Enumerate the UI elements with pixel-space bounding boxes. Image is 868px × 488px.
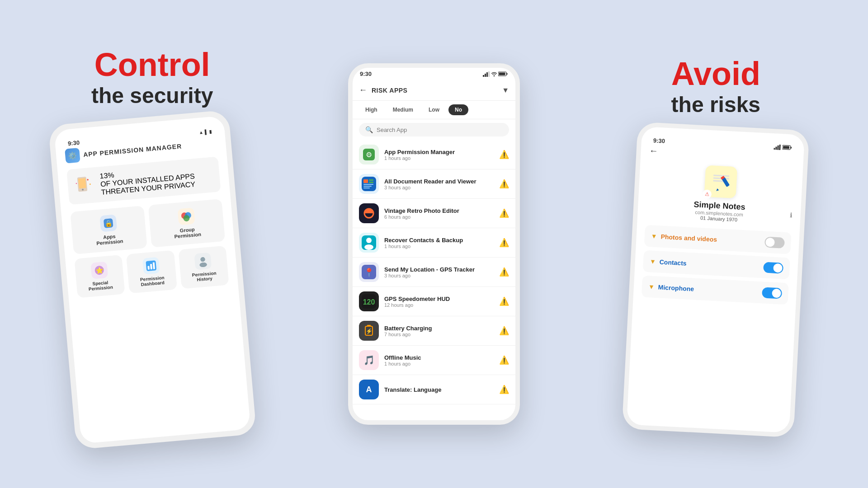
wifi-icon (198, 128, 203, 135)
battery-3 (783, 145, 793, 150)
apps-permission-item[interactable]: 🔒 AppsPermission (70, 206, 147, 254)
phone-3-status-icons (774, 144, 793, 150)
stats-svg: ✦ ✦ ✦ (72, 174, 97, 198)
svg-rect-1 (78, 178, 86, 188)
stats-percent: 13% (99, 171, 114, 180)
app-time: 12 hours ago (384, 302, 494, 308)
list-item[interactable]: A Translate: Language ⚠️ (353, 375, 515, 404)
svg-point-41 (366, 238, 372, 243)
app-time: 1 hours ago (384, 155, 494, 161)
svg-rect-55 (774, 147, 775, 149)
tab-high[interactable]: High (359, 104, 384, 115)
svg-rect-28 (499, 73, 505, 75)
svg-text:⭐: ⭐ (95, 266, 104, 275)
app-name: Battery Charging (384, 325, 494, 332)
phone-2: 9:30 (348, 63, 520, 425)
svg-rect-27 (506, 73, 507, 75)
warning-icon: ⚠️ (499, 208, 509, 218)
grid-2col: 🔒 AppsPermission GroupPermissio (70, 198, 225, 254)
permission-contacts: ▼ Contacts (643, 250, 790, 279)
list-item[interactable]: ⚡ Battery Charging 7 hours ago ⚠️ (353, 316, 515, 346)
chevron-contacts: ▼ (650, 258, 656, 265)
permission-dashboard-label: PermissionDashboard (140, 275, 165, 287)
app-list: ⚙ App Permission Manager 1 hours ago ⚠️ (353, 140, 515, 420)
svg-point-25 (493, 75, 495, 76)
app-info: GPS Speedometer HUD 12 hours ago (384, 296, 494, 308)
risk-apps-header: ← RISK APPS ▼ (353, 80, 515, 101)
list-item[interactable]: 📍 Send My Location - GPS Tracker 3 hours… (353, 258, 515, 287)
risk-apps-title: RISK APPS (372, 87, 407, 94)
warning-icon: ⚠️ (499, 355, 509, 365)
svg-rect-58 (779, 144, 781, 150)
info-button[interactable]: ℹ (790, 211, 793, 218)
permission-history-label: PermissionHistory (192, 270, 217, 282)
tab-low[interactable]: Low (422, 104, 446, 115)
warning-icon: ⚠️ (499, 385, 509, 394)
chevron-photos: ▼ (651, 232, 658, 240)
warning-icon: ⚠️ (499, 238, 509, 248)
app-time: 3 hours ago (384, 185, 494, 190)
filter-icon[interactable]: ▼ (502, 86, 509, 94)
app-icon-music: 🎵 (359, 350, 379, 370)
battery-icon (209, 127, 212, 134)
toggle-photos-videos[interactable] (764, 236, 785, 248)
app-info: Battery Charging 7 hours ago (384, 325, 494, 337)
permission-dashboard-item[interactable]: PermissionDashboard (126, 250, 177, 293)
svg-point-42 (364, 244, 373, 250)
list-item[interactable]: ⚙ App Permission Manager 1 hours ago ⚠️ (353, 140, 515, 169)
svg-rect-60 (791, 146, 792, 148)
app-name: GPS Speedometer HUD (384, 296, 494, 302)
tab-medium[interactable]: Medium (387, 104, 420, 115)
group-permission-item[interactable]: GroupPermission (148, 198, 225, 247)
phone-2-screen: 9:30 (353, 68, 515, 420)
stats-desc: OF YOUR INSTALLED APPS THREATEN YOUR PRI… (100, 170, 215, 197)
phone-3: 9:30 ← (622, 122, 810, 437)
app-detail-header: ⚠ Simple Notes com.simplenotes.com 01 Ja… (646, 162, 795, 225)
app-time: 7 hours ago (384, 332, 494, 337)
back-button[interactable]: ← (649, 145, 658, 156)
signal-icon (204, 128, 208, 135)
app-info: App Permission Manager 1 hours ago (384, 149, 494, 161)
app-info: Vintage Retro Photo Editor 6 hours ago (384, 207, 494, 220)
permission-history-item[interactable]: PermissionHistory (178, 245, 229, 289)
group-permission-label: GroupPermission (174, 226, 201, 239)
svg-text:✦: ✦ (86, 178, 90, 182)
svg-text:⚡: ⚡ (365, 328, 372, 334)
grid-3col: ⭐ SpecialPermission Permission (74, 245, 229, 298)
left-accent-text: Control (91, 46, 213, 83)
phone-2-status-icons (483, 71, 508, 77)
stats-text: 13% OF YOUR INSTALLED APPS THREATEN YOUR… (99, 162, 215, 197)
search-icon: 🔍 (365, 126, 373, 133)
svg-rect-57 (778, 145, 779, 150)
list-item[interactable]: 🎵 Offline Music 1 hours ago ⚠️ (353, 346, 515, 375)
app-icon-speedometer: 120 (359, 291, 379, 311)
list-item[interactable]: All Document Reader and Viewer 3 hours a… (353, 169, 515, 199)
app-info: Recover Contacts & Backup 1 hours ago (384, 237, 494, 249)
apps-permission-label: AppsPermission (95, 233, 123, 246)
tabs-row: High Medium Low No (353, 101, 515, 119)
right-sub-text: the risks (671, 92, 760, 117)
toggle-microphone[interactable] (762, 287, 782, 299)
phone-1-screen: 9:30 ⚙️ APP PERMISSION MANAGER (54, 115, 250, 443)
special-permission-icon: ⭐ (90, 261, 108, 279)
toggle-contacts[interactable] (763, 262, 783, 273)
app-time: 1 hours ago (384, 361, 494, 366)
list-item[interactable]: Vintage Retro Photo Editor 6 hours ago ⚠… (353, 199, 515, 228)
permission-history-icon (194, 252, 212, 270)
phone-1: 9:30 ⚙️ APP PERMISSION MANAGER (48, 109, 256, 449)
tab-no[interactable]: No (448, 104, 468, 115)
list-item[interactable]: 120 GPS Speedometer HUD 12 hours ago ⚠️ (353, 287, 515, 316)
left-headline: Control the security (91, 46, 213, 108)
search-input[interactable] (377, 127, 503, 133)
stats-illustration: ✦ ✦ ✦ (72, 174, 97, 198)
back-arrow-icon[interactable]: ← (359, 85, 367, 95)
special-permission-item[interactable]: ⭐ SpecialPermission (74, 254, 125, 298)
left-section: Control the security 9:30 ⚙️ APP PERMISS… (44, 46, 261, 442)
app-time: 1 hours ago (384, 244, 494, 249)
app-icon-permission-manager: ⚙ (359, 145, 379, 164)
svg-rect-21 (483, 75, 484, 77)
list-item[interactable]: Recover Contacts & Backup 1 hours ago ⚠️ (353, 228, 515, 258)
warning-icon: ⚠️ (499, 326, 509, 336)
app-info: Offline Music 1 hours ago (384, 354, 494, 366)
battery (498, 71, 508, 76)
